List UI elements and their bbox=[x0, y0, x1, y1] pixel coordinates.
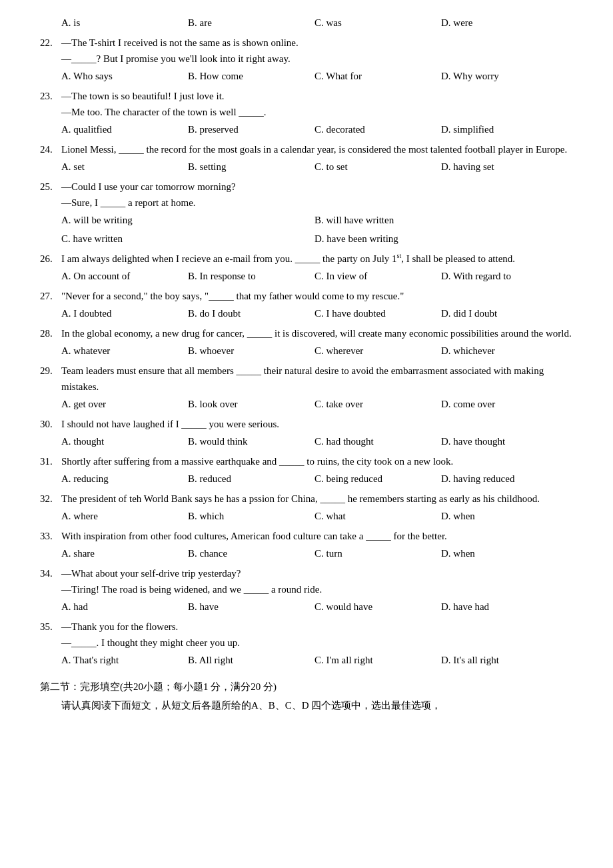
q35-opt-a: A. That's right bbox=[61, 652, 188, 668]
q26-opt-b: B. In response to bbox=[188, 268, 314, 284]
q26-text1: I am always delighted when I recieve an … bbox=[61, 251, 573, 267]
q25-number: 25. bbox=[40, 179, 61, 195]
q34-opt-c: C. would have bbox=[314, 599, 441, 615]
q24-number: 24. bbox=[40, 141, 61, 157]
exam-content: A. is B. are C. was D. were 22. —The T-s… bbox=[40, 15, 573, 713]
q29-number: 29. bbox=[40, 363, 61, 395]
q32-number: 32. bbox=[40, 491, 61, 507]
q27-line1: 27. "Never for a second," the boy says, … bbox=[40, 288, 573, 304]
option-b-top: B. are bbox=[188, 15, 314, 31]
q33-opt-a: A. share bbox=[61, 545, 188, 561]
question-26: 26. I am always delighted when I recieve… bbox=[40, 251, 573, 284]
q35-opt-c: C. I'm all right bbox=[314, 652, 441, 668]
q24-line1: 24. Lionel Messi, _____ the record for t… bbox=[40, 141, 573, 157]
q35-opt-d: D. It's all right bbox=[441, 652, 568, 668]
q29-opt-b: B. look over bbox=[188, 396, 314, 412]
q27-opt-c: C. I have doubted bbox=[314, 305, 441, 321]
question-top: A. is B. are C. was D. were bbox=[40, 15, 573, 31]
q28-text1: In the global economy, a new drug for ca… bbox=[61, 325, 573, 341]
q26-opt-a: A. On account of bbox=[61, 268, 188, 284]
q22-options: A. Who says B. How come C. What for D. W… bbox=[61, 68, 573, 84]
question-31: 31. Shortly after suffering from a massi… bbox=[40, 453, 573, 487]
q30-line1: 30. I should not have laughed if I _____… bbox=[40, 416, 573, 432]
q25-opt-b: B. will have written bbox=[314, 212, 568, 228]
q35-options: A. That's right B. All right C. I'm all … bbox=[61, 652, 573, 668]
q27-text1: "Never for a second," the boy says, "___… bbox=[61, 288, 573, 304]
q30-number: 30. bbox=[40, 416, 61, 432]
q25-opt-d: D. have been writing bbox=[314, 231, 568, 247]
q22-opt-d: D. Why worry bbox=[441, 68, 568, 84]
q29-text1: Team leaders must ensure that all member… bbox=[61, 363, 573, 395]
question-22: 22. —The T-shirt I received is not the s… bbox=[40, 35, 573, 84]
q29-opt-d: D. come over bbox=[441, 396, 568, 412]
q31-opt-a: A. reducing bbox=[61, 471, 188, 487]
q35-line1: 35. —Thank you for the flowers. bbox=[40, 619, 573, 635]
q35-text1: —Thank you for the flowers. bbox=[61, 619, 573, 635]
q29-opt-a: A. get over bbox=[61, 396, 188, 412]
q23-line2: —Me too. The character of the town is we… bbox=[61, 104, 573, 120]
options-row-top: A. is B. are C. was D. were bbox=[61, 15, 573, 31]
question-33: 33. With inspiration from other food cul… bbox=[40, 528, 573, 561]
q23-line1: 23. —The town is so beautiful! I just lo… bbox=[40, 88, 573, 104]
q30-opt-d: D. have thought bbox=[441, 433, 568, 449]
q22-opt-a: A. Who says bbox=[61, 68, 188, 84]
q34-opt-a: A. had bbox=[61, 599, 188, 615]
question-27: 27. "Never for a second," the boy says, … bbox=[40, 288, 573, 321]
q26-number: 26. bbox=[40, 251, 61, 267]
q23-options: A. qualitfied B. preserved C. decorated … bbox=[61, 121, 573, 137]
q33-opt-b: B. chance bbox=[188, 545, 314, 561]
q33-options: A. share B. chance C. turn D. when bbox=[61, 545, 573, 561]
question-24: 24. Lionel Messi, _____ the record for t… bbox=[40, 141, 573, 175]
q33-opt-c: C. turn bbox=[314, 545, 441, 561]
q22-number: 22. bbox=[40, 35, 61, 51]
q32-opt-c: C. what bbox=[314, 508, 441, 524]
q32-options: A. where B. which C. what D. when bbox=[61, 508, 573, 524]
q33-line1: 33. With inspiration from other food cul… bbox=[40, 528, 573, 544]
q22-opt-c: C. What for bbox=[314, 68, 441, 84]
q34-opt-b: B. have bbox=[188, 599, 314, 615]
q28-opt-c: C. wherever bbox=[314, 343, 441, 359]
q23-opt-c: C. decorated bbox=[314, 121, 441, 137]
q33-opt-d: D. when bbox=[441, 545, 568, 561]
q25-line2: —Sure, I _____ a report at home. bbox=[61, 195, 573, 211]
q25-opt-a: A. will be writing bbox=[61, 212, 314, 228]
option-c-top: C. was bbox=[314, 15, 441, 31]
q22-line2: —_____? But I promise you we'll look int… bbox=[61, 51, 573, 67]
q25-opt-c: C. have written bbox=[61, 231, 314, 247]
q34-opt-d: D. have had bbox=[441, 599, 568, 615]
q22-line1: 22. —The T-shirt I received is not the s… bbox=[40, 35, 573, 51]
q26-options: A. On account of B. In response to C. In… bbox=[61, 268, 573, 284]
q30-options: A. thought B. would think C. had thought… bbox=[61, 433, 573, 449]
q26-opt-d: D. With regard to bbox=[441, 268, 568, 284]
q23-text1: —The town is so beautiful! I just love i… bbox=[61, 88, 573, 104]
option-a-top: A. is bbox=[61, 15, 188, 31]
question-25: 25. —Could I use your car tomorrow morni… bbox=[40, 179, 573, 247]
q23-opt-b: B. preserved bbox=[188, 121, 314, 137]
q31-opt-b: B. reduced bbox=[188, 471, 314, 487]
question-29: 29. Team leaders must ensure that all me… bbox=[40, 363, 573, 412]
q30-text1: I should not have laughed if I _____ you… bbox=[61, 416, 573, 432]
q28-options: A. whatever B. whoever C. wherever D. wh… bbox=[61, 343, 573, 359]
q33-text1: With inspiration from other food culture… bbox=[61, 528, 573, 544]
q25-text1: —Could I use your car tomorrow morning? bbox=[61, 179, 573, 195]
q31-opt-c: C. being reduced bbox=[314, 471, 441, 487]
q32-opt-d: D. when bbox=[441, 508, 568, 524]
q24-options: A. set B. setting C. to set D. having se… bbox=[61, 159, 573, 175]
question-30: 30. I should not have laughed if I _____… bbox=[40, 416, 573, 449]
q28-opt-a: A. whatever bbox=[61, 343, 188, 359]
q24-opt-a: A. set bbox=[61, 159, 188, 175]
q29-opt-c: C. take over bbox=[314, 396, 441, 412]
q25-options-row2: C. have written D. have been writing bbox=[61, 231, 573, 247]
q32-text1: The president of teh World Bank says he … bbox=[61, 491, 573, 507]
q22-text1: —The T-shirt I received is not the same … bbox=[61, 35, 573, 51]
q29-line1: 29. Team leaders must ensure that all me… bbox=[40, 363, 573, 395]
q31-number: 31. bbox=[40, 453, 61, 469]
q23-opt-d: D. simplified bbox=[441, 121, 568, 137]
section2-title: 第二节：完形填空(共20小题；每小题1 分，满分20 分) bbox=[40, 679, 573, 695]
q31-options: A. reducing B. reduced C. being reduced … bbox=[61, 471, 573, 487]
q27-options: A. I doubted B. do I doubt C. I have dou… bbox=[61, 305, 573, 321]
q28-opt-b: B. whoever bbox=[188, 343, 314, 359]
q35-opt-b: B. All right bbox=[188, 652, 314, 668]
q30-opt-a: A. thought bbox=[61, 433, 188, 449]
q35-line2: —_____. I thought they might cheer you u… bbox=[61, 635, 573, 651]
